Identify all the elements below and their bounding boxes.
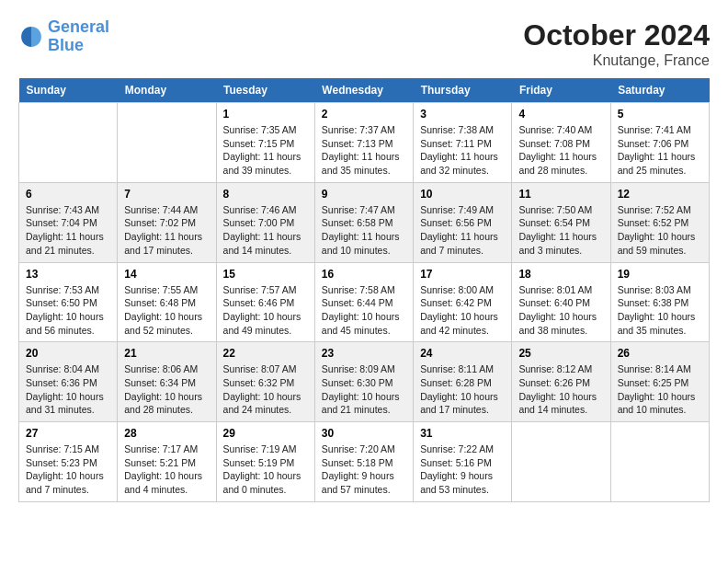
table-row: 7Sunrise: 7:44 AMSunset: 7:02 PMDaylight… xyxy=(118,182,216,262)
table-row xyxy=(610,422,709,502)
col-tuesday: Tuesday xyxy=(216,78,314,103)
table-row: 15Sunrise: 7:57 AMSunset: 6:46 PMDayligh… xyxy=(216,262,314,342)
day-detail: Sunrise: 7:22 AMSunset: 5:16 PMDaylight:… xyxy=(420,442,505,497)
day-number: 17 xyxy=(420,268,505,281)
table-row xyxy=(118,103,216,183)
title-area: October 2024 Knutange, France xyxy=(523,18,710,69)
table-row xyxy=(19,103,118,183)
calendar-week-row: 13Sunrise: 7:53 AMSunset: 6:50 PMDayligh… xyxy=(19,262,710,342)
day-detail: Sunrise: 8:11 AMSunset: 6:28 PMDaylight:… xyxy=(420,362,505,417)
day-detail: Sunrise: 7:40 AMSunset: 7:08 PMDaylight:… xyxy=(518,123,603,178)
day-detail: Sunrise: 7:35 AMSunset: 7:15 PMDaylight:… xyxy=(223,123,308,178)
day-number: 27 xyxy=(26,427,110,440)
table-row: 12Sunrise: 7:52 AMSunset: 6:52 PMDayligh… xyxy=(610,182,709,262)
day-detail: Sunrise: 7:58 AMSunset: 6:44 PMDaylight:… xyxy=(322,283,406,338)
day-detail: Sunrise: 8:00 AMSunset: 6:42 PMDaylight:… xyxy=(420,283,505,338)
day-detail: Sunrise: 8:01 AMSunset: 6:40 PMDaylight:… xyxy=(518,283,603,338)
day-detail: Sunrise: 7:50 AMSunset: 6:54 PMDaylight:… xyxy=(518,203,603,258)
table-row: 3Sunrise: 7:38 AMSunset: 7:11 PMDaylight… xyxy=(414,103,512,183)
day-detail: Sunrise: 7:47 AMSunset: 6:58 PMDaylight:… xyxy=(322,203,406,258)
table-row: 30Sunrise: 7:20 AMSunset: 5:18 PMDayligh… xyxy=(314,422,413,502)
col-thursday: Thursday xyxy=(414,78,512,103)
day-number: 3 xyxy=(420,108,505,121)
table-row: 18Sunrise: 8:01 AMSunset: 6:40 PMDayligh… xyxy=(512,262,610,342)
calendar-week-row: 1Sunrise: 7:35 AMSunset: 7:15 PMDaylight… xyxy=(19,103,710,183)
table-row: 1Sunrise: 7:35 AMSunset: 7:15 PMDaylight… xyxy=(216,103,314,183)
day-detail: Sunrise: 7:46 AMSunset: 7:00 PMDaylight:… xyxy=(223,203,308,258)
day-number: 9 xyxy=(322,188,406,201)
table-row: 6Sunrise: 7:43 AMSunset: 7:04 PMDaylight… xyxy=(19,182,118,262)
table-row: 11Sunrise: 7:50 AMSunset: 6:54 PMDayligh… xyxy=(512,182,610,262)
table-row: 20Sunrise: 8:04 AMSunset: 6:36 PMDayligh… xyxy=(19,342,118,422)
table-row: 8Sunrise: 7:46 AMSunset: 7:00 PMDaylight… xyxy=(216,182,314,262)
day-detail: Sunrise: 8:04 AMSunset: 6:36 PMDaylight:… xyxy=(26,362,110,417)
table-row: 31Sunrise: 7:22 AMSunset: 5:16 PMDayligh… xyxy=(414,422,512,502)
day-number: 28 xyxy=(124,427,209,440)
day-number: 12 xyxy=(618,188,702,201)
table-row: 9Sunrise: 7:47 AMSunset: 6:58 PMDaylight… xyxy=(314,182,413,262)
logo-text: GeneralBlue xyxy=(48,18,109,55)
table-row: 26Sunrise: 8:14 AMSunset: 6:25 PMDayligh… xyxy=(610,342,709,422)
day-detail: Sunrise: 7:37 AMSunset: 7:13 PMDaylight:… xyxy=(322,123,406,178)
day-number: 14 xyxy=(124,268,209,281)
day-number: 18 xyxy=(518,268,603,281)
day-number: 25 xyxy=(518,347,603,360)
table-row: 4Sunrise: 7:40 AMSunset: 7:08 PMDaylight… xyxy=(512,103,610,183)
day-number: 13 xyxy=(26,268,110,281)
day-detail: Sunrise: 7:43 AMSunset: 7:04 PMDaylight:… xyxy=(26,203,110,258)
table-row: 14Sunrise: 7:55 AMSunset: 6:48 PMDayligh… xyxy=(118,262,216,342)
col-saturday: Saturday xyxy=(610,78,709,103)
day-number: 15 xyxy=(223,268,308,281)
day-number: 1 xyxy=(223,108,308,121)
logo-blue: Blue xyxy=(48,36,84,54)
day-detail: Sunrise: 7:20 AMSunset: 5:18 PMDaylight:… xyxy=(322,442,406,497)
day-detail: Sunrise: 7:52 AMSunset: 6:52 PMDaylight:… xyxy=(618,203,702,258)
day-number: 23 xyxy=(322,347,406,360)
col-monday: Monday xyxy=(118,78,216,103)
day-number: 26 xyxy=(618,347,702,360)
table-row: 10Sunrise: 7:49 AMSunset: 6:56 PMDayligh… xyxy=(414,182,512,262)
page-header: GeneralBlue October 2024 Knutange, Franc… xyxy=(18,18,710,69)
day-number: 2 xyxy=(322,108,406,121)
logo-general: General xyxy=(48,17,109,36)
table-row: 13Sunrise: 7:53 AMSunset: 6:50 PMDayligh… xyxy=(19,262,118,342)
day-detail: Sunrise: 8:14 AMSunset: 6:25 PMDaylight:… xyxy=(618,362,702,417)
table-row: 21Sunrise: 8:06 AMSunset: 6:34 PMDayligh… xyxy=(118,342,216,422)
table-row: 25Sunrise: 8:12 AMSunset: 6:26 PMDayligh… xyxy=(512,342,610,422)
day-number: 16 xyxy=(322,268,406,281)
day-detail: Sunrise: 7:55 AMSunset: 6:48 PMDaylight:… xyxy=(124,283,209,338)
day-detail: Sunrise: 7:15 AMSunset: 5:23 PMDaylight:… xyxy=(26,442,110,497)
logo: GeneralBlue xyxy=(18,18,109,55)
table-row: 22Sunrise: 8:07 AMSunset: 6:32 PMDayligh… xyxy=(216,342,314,422)
day-number: 21 xyxy=(124,347,209,360)
day-number: 11 xyxy=(518,188,603,201)
day-detail: Sunrise: 8:06 AMSunset: 6:34 PMDaylight:… xyxy=(124,362,209,417)
day-number: 8 xyxy=(223,188,308,201)
day-detail: Sunrise: 7:41 AMSunset: 7:06 PMDaylight:… xyxy=(618,123,702,178)
day-detail: Sunrise: 8:03 AMSunset: 6:38 PMDaylight:… xyxy=(618,283,702,338)
table-row: 27Sunrise: 7:15 AMSunset: 5:23 PMDayligh… xyxy=(19,422,118,502)
table-row: 19Sunrise: 8:03 AMSunset: 6:38 PMDayligh… xyxy=(610,262,709,342)
month-title: October 2024 xyxy=(523,18,710,52)
day-detail: Sunrise: 7:19 AMSunset: 5:19 PMDaylight:… xyxy=(223,442,308,497)
day-number: 10 xyxy=(420,188,505,201)
table-row: 17Sunrise: 8:00 AMSunset: 6:42 PMDayligh… xyxy=(414,262,512,342)
location-title: Knutange, France xyxy=(523,52,710,69)
table-row: 29Sunrise: 7:19 AMSunset: 5:19 PMDayligh… xyxy=(216,422,314,502)
day-number: 6 xyxy=(26,188,110,201)
day-number: 7 xyxy=(124,188,209,201)
day-detail: Sunrise: 7:17 AMSunset: 5:21 PMDaylight:… xyxy=(124,442,209,497)
day-number: 22 xyxy=(223,347,308,360)
day-detail: Sunrise: 7:49 AMSunset: 6:56 PMDaylight:… xyxy=(420,203,505,258)
calendar-week-row: 6Sunrise: 7:43 AMSunset: 7:04 PMDaylight… xyxy=(19,182,710,262)
calendar-header-row: Sunday Monday Tuesday Wednesday Thursday… xyxy=(19,78,710,103)
table-row: 16Sunrise: 7:58 AMSunset: 6:44 PMDayligh… xyxy=(314,262,413,342)
day-detail: Sunrise: 7:44 AMSunset: 7:02 PMDaylight:… xyxy=(124,203,209,258)
day-detail: Sunrise: 7:53 AMSunset: 6:50 PMDaylight:… xyxy=(26,283,110,338)
day-number: 31 xyxy=(420,427,505,440)
day-number: 29 xyxy=(223,427,308,440)
col-sunday: Sunday xyxy=(19,78,118,103)
table-row: 28Sunrise: 7:17 AMSunset: 5:21 PMDayligh… xyxy=(118,422,216,502)
day-number: 19 xyxy=(618,268,702,281)
table-row: 24Sunrise: 8:11 AMSunset: 6:28 PMDayligh… xyxy=(414,342,512,422)
